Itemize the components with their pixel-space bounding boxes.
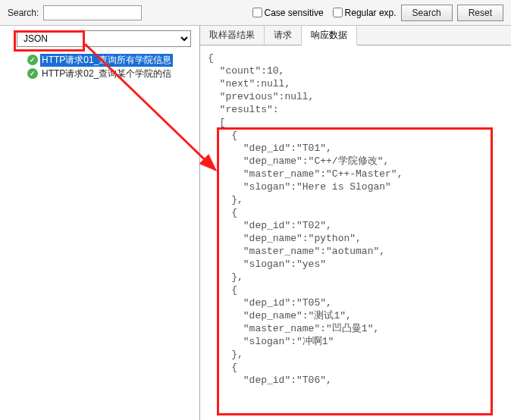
main-split: JSON ✓ HTTP请求01_查询所有学院信息 ✓ HTTP请求02_查询某个…: [0, 26, 511, 420]
search-label: Search:: [8, 8, 39, 18]
right-panel: 取样器结果 请求 响应数据 { "count":10, "next":null,…: [200, 26, 511, 420]
reset-button[interactable]: Reset: [457, 5, 503, 21]
tree-item-label: HTTP请求02_查询某个学院的信: [40, 67, 173, 80]
format-selector[interactable]: JSON: [17, 30, 191, 47]
tab-sampler-result[interactable]: 取样器结果: [200, 26, 265, 45]
regex-checkbox[interactable]: Regular exp.: [333, 8, 397, 18]
regex-label: Regular exp.: [345, 8, 397, 18]
tree-item-label: HTTP请求01_查询所有学院信息: [40, 54, 173, 67]
search-input[interactable]: [43, 5, 142, 20]
check-icon: ✓: [27, 68, 38, 79]
check-icon: ✓: [27, 55, 38, 65]
tree: ✓ HTTP请求01_查询所有学院信息 ✓ HTTP请求02_查询某个学院的信: [0, 50, 199, 83]
tree-item[interactable]: ✓ HTTP请求02_查询某个学院的信: [5, 67, 195, 80]
regex-box[interactable]: [333, 8, 343, 17]
case-sensitive-label: Case sensitive: [265, 8, 324, 18]
response-body[interactable]: { "count":10, "next":null, "previous":nu…: [200, 45, 511, 420]
search-button[interactable]: Search: [401, 5, 453, 21]
search-bar: Search: Case sensitive Regular exp. Sear…: [0, 0, 511, 26]
left-panel: JSON ✓ HTTP请求01_查询所有学院信息 ✓ HTTP请求02_查询某个…: [0, 26, 200, 420]
case-sensitive-box[interactable]: [252, 8, 262, 17]
tree-item[interactable]: ✓ HTTP请求01_查询所有学院信息: [5, 53, 195, 67]
tab-response-data[interactable]: 响应数据: [302, 26, 357, 45]
tab-request[interactable]: 请求: [265, 26, 302, 45]
tabs: 取样器结果 请求 响应数据: [200, 26, 511, 45]
case-sensitive-checkbox[interactable]: Case sensitive: [252, 8, 324, 18]
format-selector-row: JSON: [0, 26, 199, 50]
